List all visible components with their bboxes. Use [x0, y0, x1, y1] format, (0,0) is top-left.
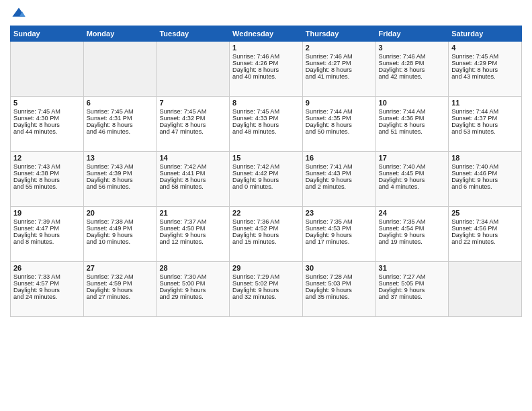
calendar-header: SundayMondayTuesdayWednesdayThursdayFrid…: [11, 26, 522, 42]
cell-line: and 44 minutes.: [13, 128, 81, 135]
cell-line: Daylight: 8 hours: [451, 122, 519, 128]
cell-line: Sunset: 4:26 PM: [232, 60, 300, 66]
cell-line: and 41 minutes.: [306, 73, 373, 80]
cell-line: and 35 minutes.: [306, 293, 373, 300]
day-number: 28: [159, 264, 226, 272]
cell-line: Daylight: 9 hours: [232, 177, 300, 183]
cell-line: Sunset: 4:43 PM: [306, 170, 373, 177]
cell-line: Sunset: 4:52 PM: [232, 225, 300, 232]
day-number: 29: [232, 264, 300, 272]
cell-line: and 40 minutes.: [232, 73, 300, 80]
day-number: 27: [87, 264, 154, 272]
calendar-cell: 19Sunrise: 7:39 AMSunset: 4:47 PMDayligh…: [11, 207, 84, 262]
day-number: 15: [232, 154, 300, 162]
day-number: 20: [87, 209, 154, 217]
cell-line: Sunset: 4:46 PM: [451, 170, 519, 177]
day-number: 9: [306, 99, 373, 107]
cell-line: Daylight: 9 hours: [13, 287, 81, 293]
cell-line: Sunrise: 7:45 AM: [13, 108, 81, 115]
calendar-cell: 17Sunrise: 7:40 AMSunset: 4:45 PMDayligh…: [375, 152, 449, 207]
cell-line: and 2 minutes.: [306, 183, 373, 190]
calendar-container: SundayMondayTuesdayWednesdayThursdayFrid…: [0, 0, 532, 411]
cell-line: Sunset: 4:57 PM: [13, 280, 81, 287]
cell-line: Daylight: 8 hours: [87, 177, 154, 183]
day-number: 31: [379, 264, 446, 272]
cell-line: and 6 minutes.: [451, 183, 519, 190]
cell-line: Sunrise: 7:43 AM: [13, 163, 81, 170]
cell-line: Daylight: 8 hours: [232, 122, 300, 128]
cell-line: Daylight: 9 hours: [87, 232, 154, 238]
week-row: 12Sunrise: 7:43 AMSunset: 4:38 PMDayligh…: [11, 152, 522, 207]
day-number: 10: [379, 99, 446, 107]
cell-line: Sunrise: 7:28 AM: [306, 273, 373, 280]
cell-line: Daylight: 9 hours: [451, 232, 519, 238]
cell-line: Sunrise: 7:36 AM: [232, 218, 300, 225]
cell-line: Sunset: 4:33 PM: [232, 115, 300, 122]
cell-line: Daylight: 8 hours: [159, 177, 226, 183]
cell-line: Sunset: 4:59 PM: [87, 280, 154, 287]
cell-line: Daylight: 9 hours: [379, 287, 446, 293]
calendar-cell: 21Sunrise: 7:37 AMSunset: 4:50 PMDayligh…: [157, 207, 230, 262]
calendar-cell: [157, 42, 230, 97]
cell-line: Sunrise: 7:34 AM: [451, 218, 519, 225]
cell-line: Daylight: 9 hours: [159, 232, 226, 238]
cell-line: Sunrise: 7:35 AM: [306, 218, 373, 225]
day-number: 19: [13, 209, 81, 217]
day-number: 23: [306, 209, 373, 217]
cell-line: Sunset: 4:35 PM: [306, 115, 373, 122]
calendar-cell: 24Sunrise: 7:35 AMSunset: 4:54 PMDayligh…: [375, 207, 449, 262]
weekday-header: Friday: [375, 26, 449, 42]
cell-line: Sunset: 4:42 PM: [232, 170, 300, 177]
cell-line: Daylight: 8 hours: [13, 122, 81, 128]
calendar-cell: 31Sunrise: 7:27 AMSunset: 5:05 PMDayligh…: [375, 262, 449, 317]
calendar-cell: [449, 262, 522, 317]
day-number: 3: [379, 44, 446, 52]
calendar-cell: [83, 42, 157, 97]
cell-line: and 48 minutes.: [232, 128, 300, 135]
cell-line: and 53 minutes.: [451, 128, 519, 135]
cell-line: Sunrise: 7:44 AM: [451, 108, 519, 115]
cell-line: and 56 minutes.: [87, 183, 154, 190]
cell-line: Sunset: 4:56 PM: [451, 225, 519, 232]
calendar-cell: 3Sunrise: 7:46 AMSunset: 4:28 PMDaylight…: [375, 42, 449, 97]
calendar-cell: 22Sunrise: 7:36 AMSunset: 4:52 PMDayligh…: [230, 207, 303, 262]
cell-line: Sunrise: 7:44 AM: [379, 108, 446, 115]
day-number: 4: [451, 44, 519, 52]
cell-line: and 50 minutes.: [306, 128, 373, 135]
calendar-cell: 12Sunrise: 7:43 AMSunset: 4:38 PMDayligh…: [11, 152, 84, 207]
cell-line: Sunset: 4:37 PM: [451, 115, 519, 122]
calendar-cell: 23Sunrise: 7:35 AMSunset: 4:53 PMDayligh…: [302, 207, 375, 262]
calendar-cell: 5Sunrise: 7:45 AMSunset: 4:30 PMDaylight…: [11, 97, 84, 152]
cell-line: Daylight: 8 hours: [87, 122, 154, 128]
week-row: 5Sunrise: 7:45 AMSunset: 4:30 PMDaylight…: [11, 97, 522, 152]
logo: [10, 7, 26, 20]
cell-line: Daylight: 9 hours: [451, 177, 519, 183]
cell-line: Sunrise: 7:33 AM: [13, 273, 81, 280]
day-number: 11: [451, 99, 519, 107]
cell-line: Daylight: 9 hours: [232, 287, 300, 293]
cell-line: and 15 minutes.: [232, 238, 300, 245]
cell-line: Daylight: 9 hours: [379, 232, 446, 238]
cell-line: Sunrise: 7:39 AM: [13, 218, 81, 225]
cell-line: Sunrise: 7:40 AM: [451, 163, 519, 170]
calendar-cell: 11Sunrise: 7:44 AMSunset: 4:37 PMDayligh…: [449, 97, 522, 152]
cell-line: Sunset: 4:27 PM: [306, 60, 373, 66]
cell-line: and 58 minutes.: [159, 183, 226, 190]
cell-line: Sunrise: 7:45 AM: [451, 53, 519, 60]
calendar-cell: [11, 42, 84, 97]
cell-line: Daylight: 8 hours: [451, 66, 519, 73]
cell-line: Sunset: 5:03 PM: [306, 280, 373, 287]
cell-line: Daylight: 9 hours: [159, 287, 226, 293]
cell-line: Sunrise: 7:32 AM: [87, 273, 154, 280]
header: [10, 7, 522, 20]
calendar-cell: 18Sunrise: 7:40 AMSunset: 4:46 PMDayligh…: [449, 152, 522, 207]
cell-line: Sunset: 5:00 PM: [159, 280, 226, 287]
cell-line: and 29 minutes.: [159, 293, 226, 300]
cell-line: Sunset: 4:45 PM: [379, 170, 446, 177]
cell-line: Daylight: 9 hours: [306, 287, 373, 293]
cell-line: and 27 minutes.: [87, 293, 154, 300]
cell-line: Daylight: 9 hours: [379, 177, 446, 183]
day-number: 30: [306, 264, 373, 272]
weekday-header: Tuesday: [157, 26, 230, 42]
cell-line: Daylight: 8 hours: [232, 66, 300, 73]
